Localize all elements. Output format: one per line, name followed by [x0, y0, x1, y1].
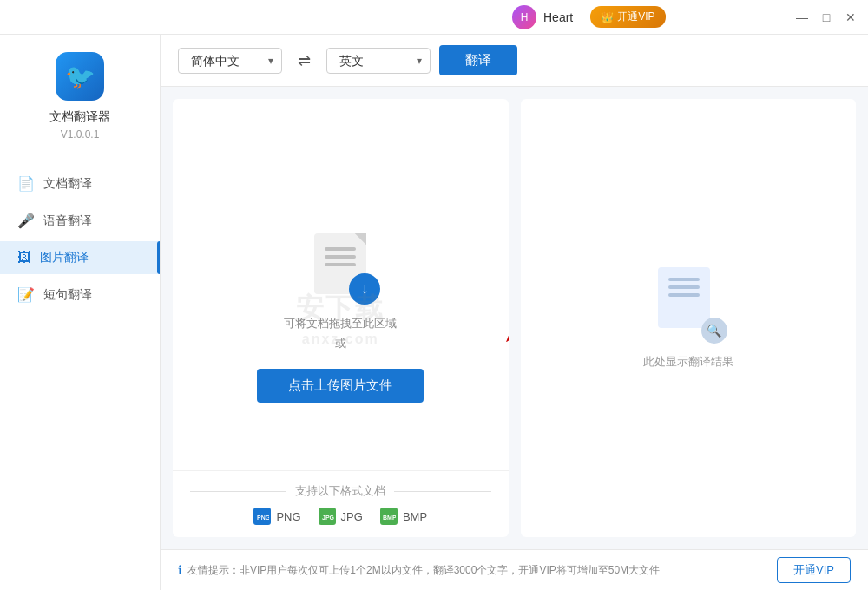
translate-button[interactable]: 翻译 [439, 45, 517, 75]
svg-text:BMP: BMP [383, 515, 396, 521]
info-text-section: ℹ 友情提示：非VIP用户每次仅可上传1个2M以内文件，翻译3000个文字，开通… [178, 563, 660, 578]
bmp-icon: BMP [380, 508, 398, 525]
sidebar-item-image[interactable]: 🖼 图片翻译 [0, 241, 160, 274]
doc-lines [325, 247, 356, 266]
format-bmp: BMP BMP [380, 508, 427, 525]
png-label: PNG [276, 510, 300, 523]
formats-list: PNG PNG JPG J [190, 508, 491, 525]
username-label: Heart [543, 10, 573, 24]
upload-file-button[interactable]: 点击上传图片文件 [257, 369, 424, 403]
result-line-2 [668, 285, 700, 289]
close-button[interactable]: ✕ [842, 9, 859, 26]
doc-line-1 [325, 247, 356, 251]
minimize-button[interactable]: — [793, 9, 811, 26]
jpg-label: JPG [341, 510, 363, 523]
bmp-label: BMP [403, 510, 427, 523]
user-avatar: H [512, 5, 536, 30]
format-jpg: JPG JPG [319, 508, 363, 525]
window-controls: — □ ✕ [793, 9, 859, 26]
active-indicator [157, 241, 160, 274]
result-search-icon: 🔍 [701, 318, 727, 344]
result-placeholder-text: 此处显示翻译结果 [643, 354, 733, 370]
result-area: 🔍 此处显示翻译结果 [521, 99, 857, 537]
swap-language-button[interactable]: ⇌ [291, 48, 318, 74]
vip-button-bottom[interactable]: 开通VIP [777, 557, 851, 583]
download-arrow-icon: ↓ [349, 273, 380, 305]
translation-toolbar: 简体中文 ⇌ 英文 翻译 [161, 35, 868, 87]
upload-area: ↓ 可将文档拖拽至此区域 或 点击上传图片文件 [240, 216, 441, 421]
app-version-label: V1.0.0.1 [61, 128, 100, 141]
sidebar-item-sentence[interactable]: 📝 短句翻译 [0, 278, 160, 311]
sidebar-item-doc[interactable]: 📄 文档翻译 [0, 167, 160, 200]
content-area: 简体中文 ⇌ 英文 翻译 安下载 anxz.com [161, 35, 868, 590]
crown-icon: 👑 [601, 11, 614, 23]
info-message: 友情提示：非VIP用户每次仅可上传1个2M以内文件，翻译3000个文字，开通VI… [187, 563, 660, 578]
nav-menu: 📄 文档翻译 🎤 语音翻译 🖼 图片翻译 📝 短句翻译 [0, 167, 160, 311]
vip-button-header[interactable]: 👑 开通VIP [590, 6, 665, 28]
voice-nav-label: 语音翻译 [43, 213, 92, 229]
doc-nav-label: 文档翻译 [43, 176, 92, 192]
svg-text:PNG: PNG [257, 515, 269, 521]
format-png: PNG PNG [253, 508, 300, 525]
sentence-nav-icon: 📝 [17, 286, 35, 303]
svg-text:JPG: JPG [322, 515, 334, 521]
app-logo: 🐦 [56, 52, 104, 101]
result-doc-visual [658, 267, 710, 328]
sentence-nav-label: 短句翻译 [43, 287, 92, 303]
upload-panel: 安下载 anxz.com ↓ [173, 99, 509, 537]
image-nav-icon: 🖼 [17, 250, 31, 266]
target-lang-select[interactable]: 英文 [326, 48, 431, 74]
drop-zone-text: 可将文档拖拽至此区域 或 [284, 313, 397, 354]
info-icon: ℹ [178, 563, 182, 577]
voice-nav-icon: 🎤 [17, 213, 35, 229]
sidebar-item-voice[interactable]: 🎤 语音翻译 [0, 204, 160, 238]
png-icon: PNG [253, 508, 271, 525]
result-line-3 [668, 293, 700, 297]
titlebar-user-section: H Heart 👑 开通VIP [9, 5, 666, 30]
result-line-1 [668, 278, 700, 281]
app-logo-icon: 🐦 [65, 62, 95, 91]
doc-corner-icon [354, 233, 366, 246]
red-arrow-icon [503, 238, 509, 342]
formats-title-label: 支持以下格式文档 [190, 483, 491, 499]
translation-panels: 安下载 anxz.com ↓ [161, 87, 868, 549]
doc-line-3 [325, 263, 356, 266]
maximize-button[interactable]: □ [818, 9, 835, 26]
main-layout: 🐦 文档翻译器 V1.0.0.1 📄 文档翻译 🎤 语音翻译 🖼 图片翻译 📝 … [0, 35, 868, 590]
source-lang-select[interactable]: 简体中文 [178, 48, 282, 74]
source-lang-wrapper[interactable]: 简体中文 [178, 48, 282, 74]
doc-line-2 [325, 255, 356, 259]
image-nav-label: 图片翻译 [40, 250, 89, 266]
upload-icon-wrapper: ↓ [314, 233, 366, 294]
doc-nav-icon: 📄 [17, 175, 35, 192]
app-name-label: 文档翻译器 [49, 109, 110, 125]
formats-section: 支持以下格式文档 PNG PNG [173, 470, 509, 537]
titlebar: H Heart 👑 开通VIP — □ ✕ [0, 0, 868, 35]
result-panel: 🔍 此处显示翻译结果 [521, 99, 857, 537]
result-doc-icon: 🔍 [658, 267, 719, 337]
jpg-icon: JPG [319, 508, 336, 525]
info-bar: ℹ 友情提示：非VIP用户每次仅可上传1个2M以内文件，翻译3000个文字，开通… [161, 549, 868, 590]
target-lang-wrapper[interactable]: 英文 [326, 48, 431, 74]
sidebar: 🐦 文档翻译器 V1.0.0.1 📄 文档翻译 🎤 语音翻译 🖼 图片翻译 📝 … [0, 35, 161, 590]
